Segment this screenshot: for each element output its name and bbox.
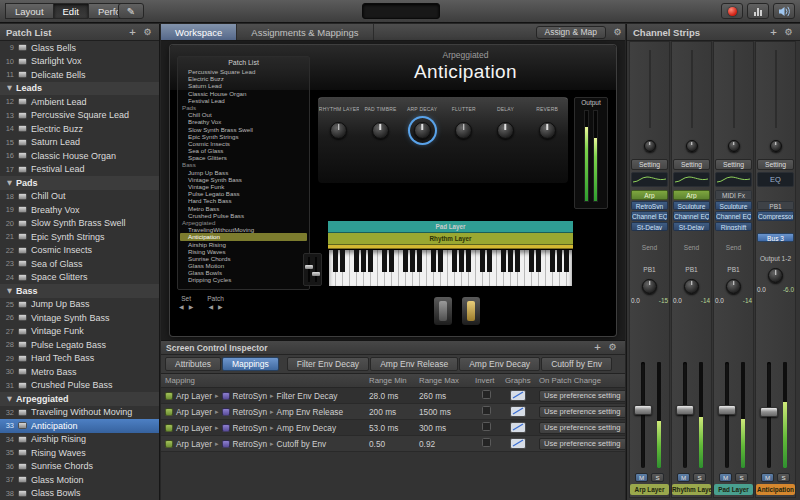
screen-knob[interactable]: REVERB <box>527 105 567 143</box>
inspector-tab[interactable]: Filter Env Decay <box>287 357 369 371</box>
patch-list-item[interactable]: 11 ▼ Delicate Bells <box>0 68 159 82</box>
eq-display[interactable] <box>715 172 752 187</box>
screen-list-item[interactable]: Dripping Cycles <box>180 276 307 283</box>
plugin-slot[interactable]: Channel EQ <box>673 211 710 221</box>
eq-display[interactable] <box>673 172 710 187</box>
add-strip-button[interactable]: + <box>766 26 781 39</box>
output-slot[interactable]: Output 1-2 <box>756 254 795 263</box>
plugin-slot[interactable]: Arp <box>631 190 668 200</box>
screen-list-item[interactable]: Classic House Organ <box>180 90 307 97</box>
fader-cap[interactable] <box>634 405 652 415</box>
pedal-icon[interactable] <box>462 297 480 325</box>
screen-list-item[interactable]: Pulse Legato Bass <box>180 190 307 197</box>
patch-list-item[interactable]: 21 ▼ Epic Synth Strings <box>0 230 159 244</box>
solo-button[interactable]: S <box>735 473 748 482</box>
patch-list-item[interactable]: 34 ▼ Airship Rising <box>0 433 159 447</box>
plugin-slot[interactable]: Sculpture <box>673 201 710 211</box>
patch-list-item[interactable]: 30 ▼ Metro Bass <box>0 365 159 379</box>
range-min-field[interactable]: 53.0 ms <box>365 423 415 433</box>
graph-button[interactable] <box>510 438 526 449</box>
screen-list-item[interactable]: Jump Up Bass <box>180 169 307 176</box>
patch-list-item[interactable]: 15 ▼ Saturn Lead <box>0 136 159 150</box>
disclosure-triangle-icon[interactable]: ▼ <box>0 395 16 403</box>
patch-list-item[interactable]: 9 ▼ Glass Bells <box>0 41 159 55</box>
volume-fader[interactable] <box>756 360 795 470</box>
mode-button[interactable]: Edit <box>53 3 88 19</box>
plugin-slot[interactable]: Sculpture <box>715 201 752 211</box>
keyboard[interactable] <box>328 249 573 287</box>
range-min-field[interactable]: 200 ms <box>365 407 415 417</box>
pan-knob[interactable] <box>642 279 657 294</box>
range-max-field[interactable]: 1500 ms <box>415 407 471 417</box>
mute-button[interactable]: M <box>761 473 774 482</box>
invert-checkbox[interactable] <box>482 406 491 415</box>
level-meter-button[interactable] <box>747 3 769 19</box>
inspector-tab[interactable]: Amp Env Release <box>370 357 458 371</box>
center-tab[interactable]: Workspace <box>161 24 237 40</box>
on-patch-change-select[interactable]: Use preference setting ▾ <box>539 422 625 434</box>
send-slot[interactable]: Bus 3 <box>757 233 794 243</box>
graph-button[interactable] <box>510 406 526 417</box>
screen-list-item[interactable]: Epic Synth Strings <box>180 133 307 140</box>
screen-list-item[interactable]: TravelingWithoutMoving <box>180 226 307 233</box>
inspector-tab[interactable]: Amp Env Decay <box>459 357 540 371</box>
inspector-gear-button[interactable]: ⚙ <box>605 341 620 354</box>
range-max-field[interactable]: 260 ms <box>415 391 471 401</box>
layer-mini-faders[interactable] <box>303 253 322 286</box>
graph-button[interactable] <box>510 390 526 401</box>
patch-list-item[interactable]: 22 ▼ Cosmic Insects <box>0 244 159 258</box>
screen-list-item[interactable]: Chill Out <box>180 111 307 118</box>
screen-list-item[interactable]: Sunrise Chords <box>180 255 307 262</box>
screen-list-item[interactable]: Crushed Pulse Bass <box>180 212 307 219</box>
plugin-slot[interactable]: Arp <box>673 190 710 200</box>
pan-knob[interactable] <box>768 268 783 283</box>
screen-list-item[interactable]: Electric Buzz <box>180 75 307 82</box>
patch-list-item[interactable]: 28 ▼ Pulse Legato Bass <box>0 338 159 352</box>
screen-list-item[interactable]: Breathy Vox <box>180 118 307 125</box>
pan-knob[interactable] <box>684 279 699 294</box>
screen-list-item[interactable]: Percussive Square Lead <box>180 68 307 75</box>
eq-display[interactable]: EQ <box>757 172 794 187</box>
add-patch-button[interactable]: + <box>125 26 140 39</box>
patch-list-item[interactable]: 14 ▼ Electric Buzz <box>0 122 159 136</box>
patch-list-item[interactable]: 29 ▼ Hard Tech Bass <box>0 352 159 366</box>
workspace-gear-button[interactable]: ⚙ <box>610 26 625 39</box>
range-max-field[interactable]: 300 ms <box>415 423 471 433</box>
volume-fader[interactable] <box>672 360 711 470</box>
master-volume-button[interactable] <box>773 3 795 19</box>
mapping-row[interactable]: Arp Layer ▸ RetroSyn ▸ Amp Env Decay 53.… <box>161 420 625 436</box>
screen-list-item[interactable]: Glass Motion <box>180 262 307 269</box>
patch-list-item[interactable]: 33 ▼ Anticipation <box>0 419 159 433</box>
patch-list-item[interactable]: ▼ Leads <box>0 82 159 96</box>
screen-list-item[interactable]: Vintage Synth Bass <box>180 176 307 183</box>
setting-button[interactable]: Setting <box>673 159 710 170</box>
layer-bar[interactable]: Rhythm Layer <box>328 233 573 245</box>
screen-knob[interactable]: DELAY <box>485 105 525 143</box>
eq-display[interactable] <box>631 172 668 187</box>
screen-list-item[interactable]: Rising Waves <box>180 248 307 255</box>
screen-list-item[interactable]: Bass <box>180 161 307 168</box>
disclosure-triangle-icon[interactable]: ▼ <box>0 287 16 295</box>
screen-patch-list[interactable]: Patch List Percussive Square LeadElectri… <box>177 56 310 290</box>
invert-checkbox[interactable] <box>482 438 491 447</box>
screen-knob[interactable]: ARP DECAY <box>402 105 442 143</box>
patch-list-item[interactable]: 27 ▼ Vintage Funk <box>0 325 159 339</box>
disclosure-triangle-icon[interactable]: ▼ <box>0 179 16 187</box>
mapping-row[interactable]: Arp Layer ▸ RetroSyn ▸ Cutoff by Env 0.5… <box>161 436 625 452</box>
invert-checkbox[interactable] <box>482 422 491 431</box>
screen-list-item[interactable]: Space Glitters <box>180 154 307 161</box>
plugin-slot[interactable]: St-Delay <box>631 222 668 232</box>
plugin-slot[interactable]: St-Delay <box>673 222 710 232</box>
patch-list-item[interactable]: ▼ Arpeggiated <box>0 392 159 406</box>
mute-button[interactable]: M <box>719 473 732 482</box>
plugin-slot[interactable]: RetroSyn <box>631 201 668 211</box>
on-patch-change-select[interactable]: Use preference setting ▾ <box>539 390 625 402</box>
volume-fader[interactable] <box>714 360 753 470</box>
layer-bar[interactable]: Pad Layer <box>328 221 573 233</box>
setting-button[interactable]: Setting <box>631 159 668 170</box>
mode-button[interactable]: Layout <box>5 3 53 19</box>
screen-list-item[interactable]: Vintage Funk <box>180 183 307 190</box>
channel-strips-gear-button[interactable]: ⚙ <box>781 26 796 39</box>
center-tab[interactable]: Assignments & Mappings <box>237 24 373 40</box>
graph-button[interactable] <box>510 422 526 433</box>
